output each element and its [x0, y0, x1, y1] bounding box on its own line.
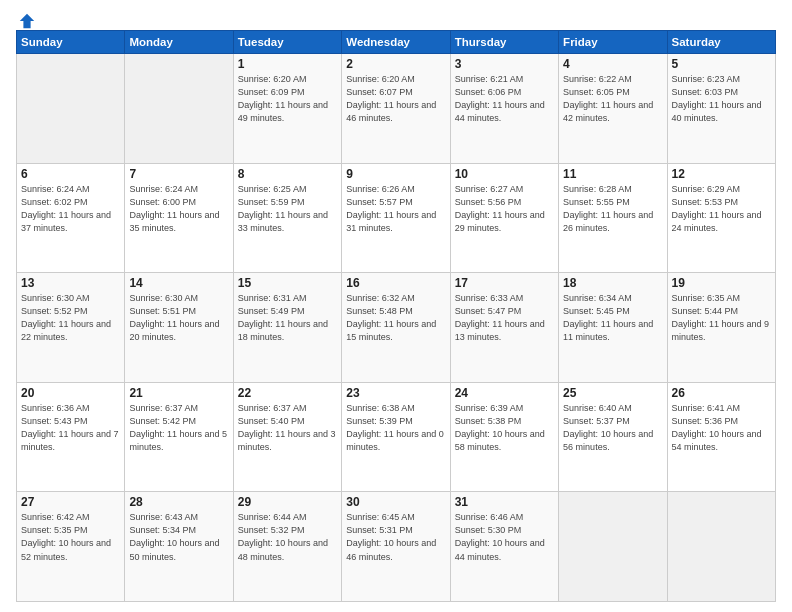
calendar-day-cell: 13Sunrise: 6:30 AM Sunset: 5:52 PM Dayli…	[17, 273, 125, 383]
day-info: Sunrise: 6:37 AM Sunset: 5:42 PM Dayligh…	[129, 402, 228, 454]
calendar-header-row: SundayMondayTuesdayWednesdayThursdayFrid…	[17, 31, 776, 54]
day-number: 30	[346, 495, 445, 509]
calendar-week-row: 6Sunrise: 6:24 AM Sunset: 6:02 PM Daylig…	[17, 163, 776, 273]
day-info: Sunrise: 6:35 AM Sunset: 5:44 PM Dayligh…	[672, 292, 771, 344]
calendar-day-cell: 2Sunrise: 6:20 AM Sunset: 6:07 PM Daylig…	[342, 54, 450, 164]
day-info: Sunrise: 6:27 AM Sunset: 5:56 PM Dayligh…	[455, 183, 554, 235]
day-info: Sunrise: 6:41 AM Sunset: 5:36 PM Dayligh…	[672, 402, 771, 454]
day-info: Sunrise: 6:46 AM Sunset: 5:30 PM Dayligh…	[455, 511, 554, 563]
day-number: 9	[346, 167, 445, 181]
calendar-day-cell: 20Sunrise: 6:36 AM Sunset: 5:43 PM Dayli…	[17, 382, 125, 492]
day-info: Sunrise: 6:23 AM Sunset: 6:03 PM Dayligh…	[672, 73, 771, 125]
day-info: Sunrise: 6:21 AM Sunset: 6:06 PM Dayligh…	[455, 73, 554, 125]
calendar-day-cell	[125, 54, 233, 164]
day-info: Sunrise: 6:39 AM Sunset: 5:38 PM Dayligh…	[455, 402, 554, 454]
day-info: Sunrise: 6:34 AM Sunset: 5:45 PM Dayligh…	[563, 292, 662, 344]
calendar-day-cell: 17Sunrise: 6:33 AM Sunset: 5:47 PM Dayli…	[450, 273, 558, 383]
day-number: 4	[563, 57, 662, 71]
day-number: 19	[672, 276, 771, 290]
day-number: 29	[238, 495, 337, 509]
calendar-day-cell: 26Sunrise: 6:41 AM Sunset: 5:36 PM Dayli…	[667, 382, 775, 492]
calendar-day-cell: 7Sunrise: 6:24 AM Sunset: 6:00 PM Daylig…	[125, 163, 233, 273]
day-number: 8	[238, 167, 337, 181]
calendar-day-cell	[17, 54, 125, 164]
calendar-day-cell: 23Sunrise: 6:38 AM Sunset: 5:39 PM Dayli…	[342, 382, 450, 492]
calendar-day-cell: 9Sunrise: 6:26 AM Sunset: 5:57 PM Daylig…	[342, 163, 450, 273]
day-info: Sunrise: 6:36 AM Sunset: 5:43 PM Dayligh…	[21, 402, 120, 454]
calendar-day-cell: 29Sunrise: 6:44 AM Sunset: 5:32 PM Dayli…	[233, 492, 341, 602]
calendar-day-cell: 24Sunrise: 6:39 AM Sunset: 5:38 PM Dayli…	[450, 382, 558, 492]
calendar-day-header: Monday	[125, 31, 233, 54]
day-number: 26	[672, 386, 771, 400]
calendar-week-row: 13Sunrise: 6:30 AM Sunset: 5:52 PM Dayli…	[17, 273, 776, 383]
day-number: 5	[672, 57, 771, 71]
day-info: Sunrise: 6:32 AM Sunset: 5:48 PM Dayligh…	[346, 292, 445, 344]
day-number: 12	[672, 167, 771, 181]
day-number: 17	[455, 276, 554, 290]
day-info: Sunrise: 6:37 AM Sunset: 5:40 PM Dayligh…	[238, 402, 337, 454]
day-info: Sunrise: 6:45 AM Sunset: 5:31 PM Dayligh…	[346, 511, 445, 563]
calendar-day-header: Saturday	[667, 31, 775, 54]
calendar-table: SundayMondayTuesdayWednesdayThursdayFrid…	[16, 30, 776, 602]
calendar-day-cell: 21Sunrise: 6:37 AM Sunset: 5:42 PM Dayli…	[125, 382, 233, 492]
logo-icon	[18, 12, 36, 30]
calendar-day-header: Tuesday	[233, 31, 341, 54]
day-info: Sunrise: 6:43 AM Sunset: 5:34 PM Dayligh…	[129, 511, 228, 563]
calendar-day-cell: 1Sunrise: 6:20 AM Sunset: 6:09 PM Daylig…	[233, 54, 341, 164]
day-info: Sunrise: 6:30 AM Sunset: 5:51 PM Dayligh…	[129, 292, 228, 344]
day-number: 22	[238, 386, 337, 400]
calendar-day-header: Wednesday	[342, 31, 450, 54]
calendar-day-header: Sunday	[17, 31, 125, 54]
day-number: 7	[129, 167, 228, 181]
day-number: 20	[21, 386, 120, 400]
calendar-day-header: Thursday	[450, 31, 558, 54]
day-number: 3	[455, 57, 554, 71]
day-number: 28	[129, 495, 228, 509]
day-number: 14	[129, 276, 228, 290]
day-info: Sunrise: 6:38 AM Sunset: 5:39 PM Dayligh…	[346, 402, 445, 454]
calendar-day-cell: 10Sunrise: 6:27 AM Sunset: 5:56 PM Dayli…	[450, 163, 558, 273]
calendar-day-cell: 3Sunrise: 6:21 AM Sunset: 6:06 PM Daylig…	[450, 54, 558, 164]
day-number: 18	[563, 276, 662, 290]
day-number: 16	[346, 276, 445, 290]
calendar-day-cell: 25Sunrise: 6:40 AM Sunset: 5:37 PM Dayli…	[559, 382, 667, 492]
logo	[16, 12, 36, 26]
calendar-day-cell	[667, 492, 775, 602]
day-number: 25	[563, 386, 662, 400]
day-info: Sunrise: 6:20 AM Sunset: 6:07 PM Dayligh…	[346, 73, 445, 125]
day-info: Sunrise: 6:31 AM Sunset: 5:49 PM Dayligh…	[238, 292, 337, 344]
day-info: Sunrise: 6:24 AM Sunset: 6:00 PM Dayligh…	[129, 183, 228, 235]
calendar-day-cell: 12Sunrise: 6:29 AM Sunset: 5:53 PM Dayli…	[667, 163, 775, 273]
calendar-day-cell: 18Sunrise: 6:34 AM Sunset: 5:45 PM Dayli…	[559, 273, 667, 383]
page-header	[16, 12, 776, 26]
day-number: 15	[238, 276, 337, 290]
day-info: Sunrise: 6:25 AM Sunset: 5:59 PM Dayligh…	[238, 183, 337, 235]
day-info: Sunrise: 6:28 AM Sunset: 5:55 PM Dayligh…	[563, 183, 662, 235]
day-number: 10	[455, 167, 554, 181]
calendar-day-cell: 5Sunrise: 6:23 AM Sunset: 6:03 PM Daylig…	[667, 54, 775, 164]
day-number: 13	[21, 276, 120, 290]
svg-marker-0	[20, 14, 34, 28]
day-number: 23	[346, 386, 445, 400]
day-info: Sunrise: 6:44 AM Sunset: 5:32 PM Dayligh…	[238, 511, 337, 563]
day-info: Sunrise: 6:24 AM Sunset: 6:02 PM Dayligh…	[21, 183, 120, 235]
day-number: 6	[21, 167, 120, 181]
day-info: Sunrise: 6:42 AM Sunset: 5:35 PM Dayligh…	[21, 511, 120, 563]
calendar-week-row: 20Sunrise: 6:36 AM Sunset: 5:43 PM Dayli…	[17, 382, 776, 492]
calendar-day-cell: 22Sunrise: 6:37 AM Sunset: 5:40 PM Dayli…	[233, 382, 341, 492]
calendar-day-cell: 6Sunrise: 6:24 AM Sunset: 6:02 PM Daylig…	[17, 163, 125, 273]
day-info: Sunrise: 6:33 AM Sunset: 5:47 PM Dayligh…	[455, 292, 554, 344]
calendar-day-cell: 27Sunrise: 6:42 AM Sunset: 5:35 PM Dayli…	[17, 492, 125, 602]
calendar-day-cell: 11Sunrise: 6:28 AM Sunset: 5:55 PM Dayli…	[559, 163, 667, 273]
day-info: Sunrise: 6:20 AM Sunset: 6:09 PM Dayligh…	[238, 73, 337, 125]
day-info: Sunrise: 6:26 AM Sunset: 5:57 PM Dayligh…	[346, 183, 445, 235]
day-number: 24	[455, 386, 554, 400]
calendar-day-cell: 28Sunrise: 6:43 AM Sunset: 5:34 PM Dayli…	[125, 492, 233, 602]
day-number: 31	[455, 495, 554, 509]
calendar-day-cell: 14Sunrise: 6:30 AM Sunset: 5:51 PM Dayli…	[125, 273, 233, 383]
day-info: Sunrise: 6:22 AM Sunset: 6:05 PM Dayligh…	[563, 73, 662, 125]
day-number: 2	[346, 57, 445, 71]
calendar-day-cell: 15Sunrise: 6:31 AM Sunset: 5:49 PM Dayli…	[233, 273, 341, 383]
day-info: Sunrise: 6:40 AM Sunset: 5:37 PM Dayligh…	[563, 402, 662, 454]
day-info: Sunrise: 6:30 AM Sunset: 5:52 PM Dayligh…	[21, 292, 120, 344]
